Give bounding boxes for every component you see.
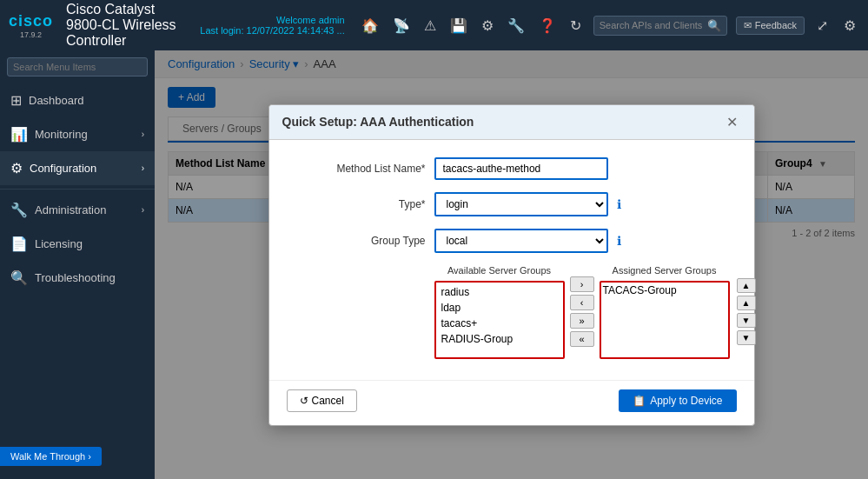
content-area: Configuration › Security ▾ › AAA + Add S… [155,50,868,479]
configuration-icon: ⚙ [10,160,23,176]
cisco-logo: cisco 17.9.2 [9,12,53,39]
assigned-group-option[interactable]: TACACS-Group [603,284,726,296]
dashboard-icon: ⊞ [10,92,22,109]
available-group-option[interactable]: ldap [438,300,561,316]
type-row: Type* login enable dot1x ppp ℹ [287,192,737,216]
main-layout: ⊞ Dashboard 📊 Monitoring › ⚙ Configurati… [0,50,868,479]
sidebar-item-label: Administration [35,203,106,216]
apply-icon: 📋 [633,395,646,407]
move-down-button[interactable]: ▼ [737,313,756,328]
method-list-input[interactable] [434,157,608,180]
sidebar-search-wrapper[interactable] [0,50,155,83]
sidebar-item-label: Monitoring [35,128,88,141]
group-type-label: Group Type [287,235,426,247]
assigned-groups-label: Assigned Server Groups [613,265,717,276]
search-box[interactable]: 🔍 [593,16,727,36]
available-groups-listbox[interactable]: radius ldap tacacs+ RADIUS-Group [434,281,565,359]
type-label: Type* [287,198,426,210]
type-info-icon[interactable]: ℹ [617,197,621,211]
sidebar-item-label: Licensing [35,237,83,250]
welcome-label: Welcome [276,15,316,25]
server-groups-label [287,265,426,269]
available-groups-label: Available Server Groups [447,265,551,276]
available-group-option[interactable]: tacacs+ [438,316,561,331]
last-login: Last login: 12/07/2022 14:14:43 ... [200,25,344,36]
wireless-icon[interactable]: 📡 [389,16,414,36]
sidebar-item-label: Configuration [30,162,96,175]
modal-overlay: Quick Setup: AAA Authentication ✕ Method… [155,50,868,479]
move-right-button[interactable]: › [570,276,594,292]
chevron-right-icon: › [142,205,144,215]
administration-icon: 🔧 [10,202,28,218]
modal-body: Method List Name* Type* login enable dot… [269,140,754,380]
group-type-select[interactable]: local tacacs+ radius ldap [434,229,608,253]
available-groups-wrapper: Available Server Groups radius ldap taca… [434,265,565,359]
modal-title: Quick Setup: AAA Authentication [282,115,474,129]
monitoring-icon: 📊 [10,126,28,143]
home-icon[interactable]: 🏠 [358,16,382,36]
sidebar-item-troubleshooting[interactable]: 🔍 Troubleshooting [0,261,155,295]
expand-icon[interactable]: ⤢ [813,16,832,36]
transfer-buttons: › ‹ » « [570,276,594,347]
sidebar-item-dashboard[interactable]: ⊞ Dashboard [0,83,155,117]
sidebar-item-administration[interactable]: 🔧 Administration › [0,193,155,227]
cancel-icon: ↺ [300,395,308,407]
sidebar-item-configuration[interactable]: ⚙ Configuration › [0,151,155,185]
server-groups-section: Available Server Groups radius ldap taca… [287,265,737,359]
group-type-info-icon[interactable]: ℹ [617,234,621,248]
username: admin [319,15,345,25]
server-groups-container: Available Server Groups radius ldap taca… [434,265,756,359]
available-group-option[interactable]: RADIUS-Group [438,331,561,347]
modal-header: Quick Setup: AAA Authentication ✕ [269,105,754,140]
walk-me-through-button[interactable]: Walk Me Through › [0,447,102,466]
chevron-right-icon: › [142,163,144,173]
apply-label: Apply to Device [650,395,722,407]
top-icons: 🏠 📡 ⚠ 💾 ⚙ 🔧 ❓ ↻ [358,16,585,36]
feedback-envelope-icon: ✉ [744,20,752,31]
search-input[interactable] [600,20,704,30]
modal-dialog: Quick Setup: AAA Authentication ✕ Method… [268,104,755,426]
chevron-right-icon: › [142,130,144,139]
settings-icon[interactable]: ⚙ [478,16,497,36]
save-icon[interactable]: 💾 [447,16,471,36]
modal-close-button[interactable]: ✕ [723,114,741,130]
sidebar-item-label: Troubleshooting [35,271,116,284]
move-all-right-button[interactable]: » [570,313,594,329]
move-all-left-button[interactable]: « [570,331,594,347]
help-icon[interactable]: ❓ [535,16,560,36]
feedback-button[interactable]: ✉ Feedback [736,17,805,35]
sidebar-item-label: Dashboard [29,94,84,107]
sidebar-item-monitoring[interactable]: 📊 Monitoring › [0,117,155,151]
feedback-label: Feedback [755,20,797,30]
available-group-option[interactable]: radius [438,284,561,300]
alert-icon[interactable]: ⚠ [421,16,440,36]
refresh-icon[interactable]: ↻ [567,16,585,36]
app-version: 17.9.2 [20,30,42,39]
sidebar-item-licensing[interactable]: 📄 Licensing [0,227,155,261]
order-buttons: ▲ ▲ ▼ ▼ [737,278,756,345]
assigned-groups-wrapper: Assigned Server Groups TACACS-Group [600,265,730,359]
tools-icon[interactable]: 🔧 [504,16,528,36]
assigned-groups-listbox[interactable]: TACACS-Group [600,281,730,359]
licensing-icon: 📄 [10,236,28,252]
sidebar: ⊞ Dashboard 📊 Monitoring › ⚙ Configurati… [0,50,155,479]
modal-footer: ↺ Cancel 📋 Apply to Device [269,380,754,425]
type-select[interactable]: login enable dot1x ppp [434,192,608,216]
top-bar: cisco 17.9.2 Cisco Catalyst 9800-CL Wire… [0,0,868,50]
search-icon[interactable]: 🔍 [707,19,721,32]
settings2-icon[interactable]: ⚙ [840,16,859,36]
move-top-button[interactable]: ▲ [737,278,756,293]
move-bottom-button[interactable]: ▼ [737,330,756,345]
welcome-text: Welcome admin Last login: 12/07/2022 14:… [200,15,344,36]
troubleshooting-icon: 🔍 [10,269,28,286]
move-left-button[interactable]: ‹ [570,295,594,310]
cisco-logo-text: cisco [9,12,53,30]
cancel-button[interactable]: ↺ Cancel [287,389,357,412]
cancel-label: Cancel [312,395,344,407]
sidebar-search-input[interactable] [7,57,148,77]
method-list-name-row: Method List Name* [287,157,737,180]
sidebar-divider [0,189,155,190]
method-list-label: Method List Name* [287,163,426,175]
apply-button[interactable]: 📋 Apply to Device [619,389,736,412]
move-up-button[interactable]: ▲ [737,296,756,310]
